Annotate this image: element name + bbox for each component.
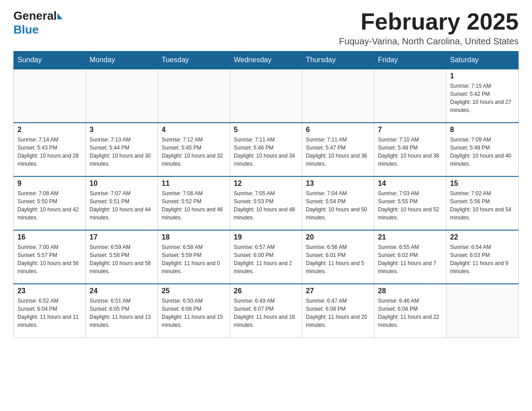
calendar-cell-w5-d2: 25Sunrise: 6:50 AM Sunset: 6:06 PM Dayli… — [158, 284, 230, 338]
day-info: Sunrise: 7:13 AM Sunset: 5:44 PM Dayligh… — [90, 136, 154, 168]
day-number: 4 — [162, 126, 226, 134]
day-number: 16 — [17, 233, 82, 241]
calendar-cell-w5-d0: 23Sunrise: 6:52 AM Sunset: 6:04 PM Dayli… — [14, 284, 86, 338]
calendar-cell-w5-d1: 24Sunrise: 6:51 AM Sunset: 6:05 PM Dayli… — [86, 284, 158, 338]
day-number: 12 — [234, 180, 298, 188]
calendar-cell-w4-d3: 19Sunrise: 6:57 AM Sunset: 6:00 PM Dayli… — [230, 230, 302, 284]
day-info: Sunrise: 6:51 AM Sunset: 6:05 PM Dayligh… — [90, 297, 154, 329]
day-info: Sunrise: 6:58 AM Sunset: 5:59 PM Dayligh… — [162, 243, 226, 275]
calendar-cell-w3-d4: 13Sunrise: 7:04 AM Sunset: 5:54 PM Dayli… — [302, 176, 374, 230]
day-number: 2 — [17, 126, 82, 134]
calendar-header-row: Sunday Monday Tuesday Wednesday Thursday… — [14, 51, 519, 69]
calendar-cell-w3-d0: 9Sunrise: 7:08 AM Sunset: 5:50 PM Daylig… — [14, 176, 86, 230]
day-number: 10 — [90, 180, 154, 188]
day-info: Sunrise: 7:14 AM Sunset: 5:43 PM Dayligh… — [17, 136, 82, 168]
day-number: 24 — [90, 287, 154, 295]
calendar-cell-w1-d2 — [158, 69, 230, 123]
calendar-cell-w4-d4: 20Sunrise: 6:56 AM Sunset: 6:01 PM Dayli… — [302, 230, 374, 284]
day-number: 8 — [450, 126, 515, 134]
calendar-cell-w2-d2: 4Sunrise: 7:12 AM Sunset: 5:45 PM Daylig… — [158, 123, 230, 176]
day-info: Sunrise: 6:50 AM Sunset: 6:06 PM Dayligh… — [162, 297, 226, 329]
calendar-cell-w2-d5: 7Sunrise: 7:10 AM Sunset: 5:48 PM Daylig… — [374, 123, 446, 176]
day-number: 22 — [450, 233, 515, 241]
day-info: Sunrise: 7:09 AM Sunset: 5:49 PM Dayligh… — [450, 136, 515, 168]
logo: General Blue — [13, 9, 63, 37]
day-number: 11 — [162, 180, 226, 188]
day-info: Sunrise: 6:47 AM Sunset: 6:08 PM Dayligh… — [306, 297, 370, 329]
calendar-cell-w4-d1: 17Sunrise: 6:59 AM Sunset: 5:58 PM Dayli… — [86, 230, 158, 284]
calendar-cell-w2-d4: 6Sunrise: 7:11 AM Sunset: 5:47 PM Daylig… — [302, 123, 374, 176]
day-info: Sunrise: 6:59 AM Sunset: 5:58 PM Dayligh… — [90, 243, 154, 275]
day-number: 5 — [234, 126, 298, 134]
day-number: 3 — [90, 126, 154, 134]
calendar-cell-w1-d4 — [302, 69, 374, 123]
calendar-cell-w1-d1 — [86, 69, 158, 123]
page-header: General Blue February 2025 Fuquay-Varina… — [13, 9, 519, 47]
day-info: Sunrise: 7:05 AM Sunset: 5:53 PM Dayligh… — [234, 189, 298, 222]
calendar-cell-w5-d4: 27Sunrise: 6:47 AM Sunset: 6:08 PM Dayli… — [302, 284, 374, 338]
day-number: 6 — [306, 126, 370, 134]
day-info: Sunrise: 7:11 AM Sunset: 5:47 PM Dayligh… — [306, 136, 370, 168]
col-friday: Friday — [374, 51, 446, 69]
calendar-cell-w2-d3: 5Sunrise: 7:11 AM Sunset: 5:46 PM Daylig… — [230, 123, 302, 176]
day-info: Sunrise: 6:52 AM Sunset: 6:04 PM Dayligh… — [17, 297, 82, 329]
col-tuesday: Tuesday — [158, 51, 230, 69]
calendar-cell-w4-d2: 18Sunrise: 6:58 AM Sunset: 5:59 PM Dayli… — [158, 230, 230, 284]
day-info: Sunrise: 7:06 AM Sunset: 5:52 PM Dayligh… — [162, 189, 226, 222]
day-info: Sunrise: 6:54 AM Sunset: 6:03 PM Dayligh… — [450, 243, 515, 275]
day-number: 15 — [450, 180, 515, 188]
day-number: 7 — [378, 126, 442, 134]
calendar-cell-w3-d3: 12Sunrise: 7:05 AM Sunset: 5:53 PM Dayli… — [230, 176, 302, 230]
day-info: Sunrise: 7:10 AM Sunset: 5:48 PM Dayligh… — [378, 136, 442, 168]
day-info: Sunrise: 7:07 AM Sunset: 5:51 PM Dayligh… — [90, 189, 154, 222]
day-number: 18 — [162, 233, 226, 241]
location-title: Fuquay-Varina, North Carolina, United St… — [339, 36, 519, 47]
day-number: 21 — [378, 233, 442, 241]
day-info: Sunrise: 7:02 AM Sunset: 5:56 PM Dayligh… — [450, 189, 515, 222]
logo-general-text: General — [13, 9, 57, 23]
calendar-cell-w1-d3 — [230, 69, 302, 123]
calendar-cell-w5-d6 — [446, 284, 519, 338]
calendar-cell-w4-d6: 22Sunrise: 6:54 AM Sunset: 6:03 PM Dayli… — [446, 230, 519, 284]
col-thursday: Thursday — [302, 51, 374, 69]
week-row-2: 2Sunrise: 7:14 AM Sunset: 5:43 PM Daylig… — [14, 123, 519, 176]
day-info: Sunrise: 7:04 AM Sunset: 5:54 PM Dayligh… — [306, 189, 370, 222]
day-info: Sunrise: 7:11 AM Sunset: 5:46 PM Dayligh… — [234, 136, 298, 168]
day-info: Sunrise: 7:00 AM Sunset: 5:57 PM Dayligh… — [17, 243, 82, 275]
calendar-cell-w5-d3: 26Sunrise: 6:49 AM Sunset: 6:07 PM Dayli… — [230, 284, 302, 338]
week-row-1: 1Sunrise: 7:15 AM Sunset: 5:42 PM Daylig… — [14, 69, 519, 123]
calendar-cell-w1-d0 — [14, 69, 86, 123]
calendar-cell-w2-d1: 3Sunrise: 7:13 AM Sunset: 5:44 PM Daylig… — [86, 123, 158, 176]
day-number: 17 — [90, 233, 154, 241]
calendar-cell-w1-d5 — [374, 69, 446, 123]
calendar-cell-w2-d0: 2Sunrise: 7:14 AM Sunset: 5:43 PM Daylig… — [14, 123, 86, 176]
day-info: Sunrise: 7:15 AM Sunset: 5:42 PM Dayligh… — [450, 82, 515, 114]
logo-blue-text: Blue — [13, 23, 39, 36]
week-row-5: 23Sunrise: 6:52 AM Sunset: 6:04 PM Dayli… — [14, 284, 519, 338]
week-row-3: 9Sunrise: 7:08 AM Sunset: 5:50 PM Daylig… — [14, 176, 519, 230]
day-number: 19 — [234, 233, 298, 241]
day-number: 28 — [378, 287, 442, 295]
calendar-cell-w5-d5: 28Sunrise: 6:46 AM Sunset: 6:08 PM Dayli… — [374, 284, 446, 338]
day-info: Sunrise: 6:55 AM Sunset: 6:02 PM Dayligh… — [378, 243, 442, 275]
day-info: Sunrise: 6:56 AM Sunset: 6:01 PM Dayligh… — [306, 243, 370, 275]
day-number: 25 — [162, 287, 226, 295]
col-sunday: Sunday — [14, 51, 86, 69]
day-number: 20 — [306, 233, 370, 241]
calendar-cell-w2-d6: 8Sunrise: 7:09 AM Sunset: 5:49 PM Daylig… — [446, 123, 519, 176]
col-monday: Monday — [86, 51, 158, 69]
day-info: Sunrise: 7:03 AM Sunset: 5:55 PM Dayligh… — [378, 189, 442, 222]
day-number: 1 — [450, 72, 515, 80]
month-title: February 2025 — [339, 9, 519, 34]
day-number: 26 — [234, 287, 298, 295]
day-info: Sunrise: 6:57 AM Sunset: 6:00 PM Dayligh… — [234, 243, 298, 275]
day-number: 14 — [378, 180, 442, 188]
day-info: Sunrise: 6:46 AM Sunset: 6:08 PM Dayligh… — [378, 297, 442, 329]
calendar-cell-w4-d0: 16Sunrise: 7:00 AM Sunset: 5:57 PM Dayli… — [14, 230, 86, 284]
calendar-cell-w3-d6: 15Sunrise: 7:02 AM Sunset: 5:56 PM Dayli… — [446, 176, 519, 230]
calendar-cell-w4-d5: 21Sunrise: 6:55 AM Sunset: 6:02 PM Dayli… — [374, 230, 446, 284]
day-number: 13 — [306, 180, 370, 188]
day-info: Sunrise: 6:49 AM Sunset: 6:07 PM Dayligh… — [234, 297, 298, 329]
calendar-cell-w3-d5: 14Sunrise: 7:03 AM Sunset: 5:55 PM Dayli… — [374, 176, 446, 230]
col-saturday: Saturday — [446, 51, 519, 69]
